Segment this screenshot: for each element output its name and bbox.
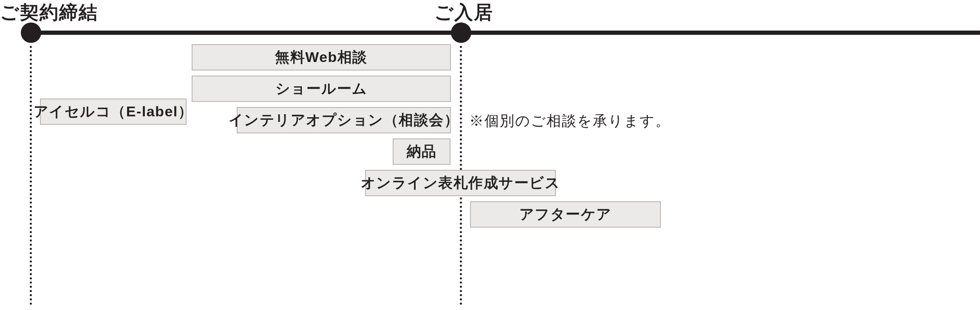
note-individual-consultation: ※個別のご相談を承ります。	[469, 111, 671, 131]
box-web-consult: 無料Web相談	[192, 44, 451, 70]
guide-line-contract	[30, 46, 32, 305]
box-aftercare: アフターケア	[470, 201, 661, 228]
box-interior-option: インテリアオプション（相談会）	[237, 107, 451, 133]
box-showroom: ショールーム	[192, 76, 451, 102]
timeline-axis	[21, 31, 980, 35]
box-nameplate: オンライン表札作成サービス	[365, 170, 556, 196]
milestone-label-movein: ご入居	[434, 0, 493, 25]
box-delivery: 納品	[393, 138, 450, 165]
milestone-node-movein	[451, 23, 471, 43]
box-aiserco: アイセルコ（E-label）	[40, 99, 187, 125]
milestone-label-contract: ご契約締結	[0, 0, 98, 25]
milestone-node-contract	[21, 23, 41, 43]
timeline-diagram: ご契約締結 ご入居 アイセルコ（E-label） 無料Web相談 ショールーム …	[0, 0, 980, 310]
